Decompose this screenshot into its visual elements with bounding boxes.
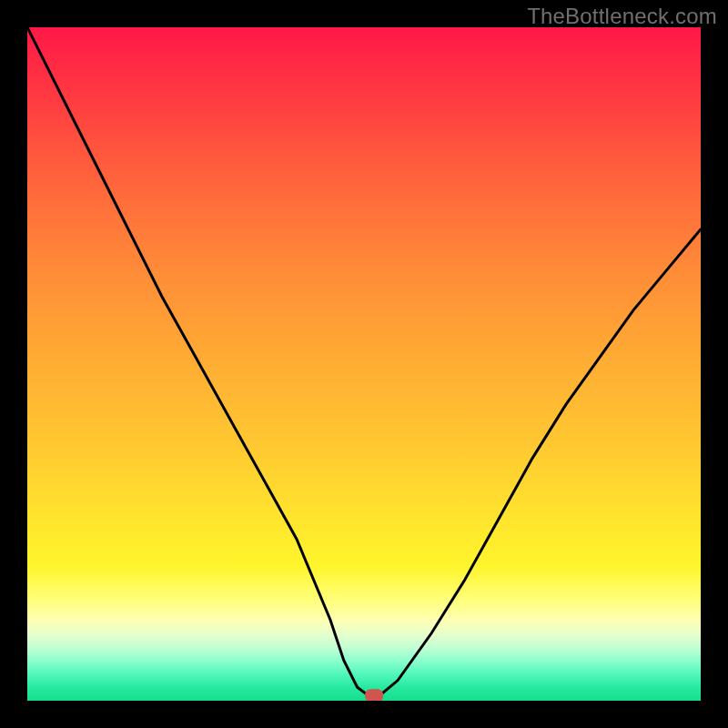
chart-frame: TheBottleneck.com xyxy=(0,0,728,728)
watermark-text: TheBottleneck.com xyxy=(527,4,717,29)
curve-layer xyxy=(27,27,701,701)
plot-area xyxy=(27,27,701,701)
current-point-marker xyxy=(365,689,383,701)
bottleneck-curve xyxy=(27,27,701,697)
